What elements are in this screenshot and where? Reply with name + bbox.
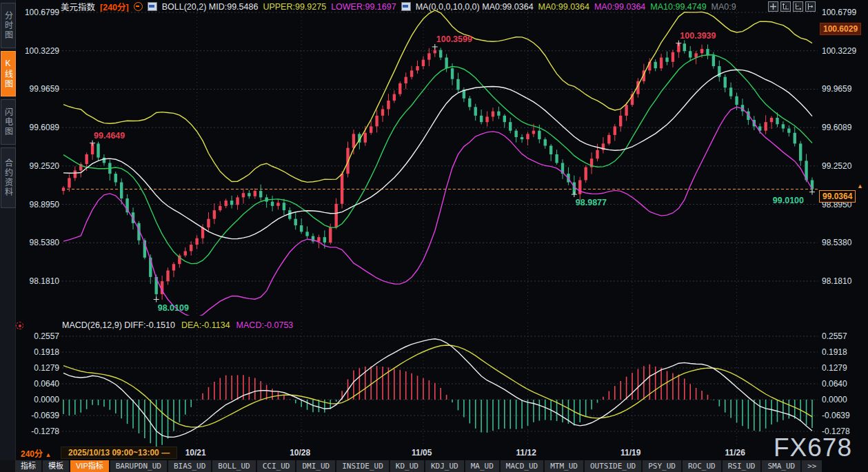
y-axis-label: 0.0640 [822, 379, 847, 389]
y-axis-label: 98.8950 [30, 200, 60, 209]
price-annotation: 98.0109 [158, 303, 189, 313]
price-annotation: 98.9877 [576, 198, 607, 207]
y-axis-label: 100.3229 [25, 46, 59, 56]
y-axis-label: -0.0639 [31, 411, 59, 420]
y-axis-label: 98.5380 [30, 238, 60, 247]
tab-kd-ud[interactable]: KD_UD [390, 460, 424, 472]
shift-right-icon[interactable] [805, 1, 816, 12]
macd-dea-value: DEA:-0.1134 [181, 320, 230, 330]
sidebar-item-lightning[interactable]: 闪电图 [1, 99, 16, 145]
axis-zoom-out-icon[interactable] [793, 1, 803, 12]
session-high-badge: 100.6029 [820, 23, 861, 35]
extreme-marker [90, 141, 95, 146]
y-axis-label: 99.9659 [30, 84, 60, 94]
indicator-line [63, 107, 812, 317]
ma-truncated-value: MA0:9 [711, 2, 736, 12]
date-label: 10/28 [290, 448, 310, 458]
watermark-logo: FX678 [774, 433, 852, 462]
symbol-name: 美元指数 [61, 1, 95, 12]
tab-kdj-ud[interactable]: KDJ_UD [425, 460, 464, 472]
sidebar-item-kline[interactable]: K线图 [1, 51, 16, 96]
tab-mtm-ud[interactable]: MTM_UD [545, 460, 583, 472]
sidebar: 分时图 K线图 闪电图 合约资料 [0, 0, 16, 472]
ma0-white-value: MA0:99.0364 [482, 2, 533, 12]
y-axis-label: 0.2557 [34, 331, 59, 341]
y-axis-label: 0.1279 [34, 363, 59, 373]
ma-label: MA(0,0,0,10,0,0) [416, 2, 480, 12]
tab--[interactable]: 模板 [43, 460, 69, 472]
indicator-settings-icon[interactable] [16, 322, 23, 329]
tab--[interactable]: 指标 [15, 460, 41, 472]
period-label: [240分] [100, 1, 129, 12]
sidebar-item-label: 合约资料 [3, 158, 14, 197]
date-label: 11/05 [412, 448, 432, 458]
tab-barupdn-ud[interactable]: BARUPDN_UD [110, 460, 167, 472]
y-axis-label: 0.2557 [822, 331, 847, 341]
tab-outside-ud[interactable]: OUTSIDE_UD [585, 460, 641, 472]
period-up-triangle-icon: ▲ [45, 451, 51, 458]
range-slider-handle[interactable]: — [161, 448, 170, 458]
tab-bias-ud[interactable]: BIAS_UD [168, 460, 211, 472]
chart-toolbar [768, 1, 816, 12]
collapse-icon[interactable] [134, 2, 143, 11]
chart-canvas[interactable]: 100.6799100.6799100.3229100.322999.96599… [0, 0, 868, 472]
extreme-marker [154, 297, 159, 302]
macd-diff-value: MACD(26,12,9) DIFF:-0.1510 [62, 320, 175, 330]
extreme-marker [432, 44, 438, 50]
axis-zoom-in-icon[interactable] [780, 1, 791, 12]
extreme-marker [809, 189, 815, 195]
sidebar-item-label: 分时图 [3, 11, 14, 40]
footer-period-label: 240分 [21, 449, 43, 459]
boll-lower-value: LOWER:99.1697 [331, 2, 396, 12]
sidebar-item-label: 闪电图 [3, 107, 14, 136]
y-axis-label: 0.0640 [34, 379, 59, 389]
tab-rsi-ud[interactable]: RSI_UD [723, 460, 761, 472]
tab--[interactable]: >> [802, 460, 822, 472]
y-axis-label: 98.5380 [822, 238, 852, 247]
price-up-arrow-icon: ▲ [857, 183, 863, 189]
y-axis-label: 98.1810 [822, 276, 852, 286]
price-annotation: 99.0100 [773, 196, 804, 205]
sidebar-item-timeshare[interactable]: 分时图 [1, 3, 16, 48]
boll-indicator-icon[interactable] [148, 2, 157, 11]
y-axis-label: 0.1279 [822, 363, 847, 373]
tab-cci-ud[interactable]: CCI_UD [257, 460, 296, 472]
sidebar-item-label: K线图 [3, 59, 14, 89]
pan-icon[interactable] [768, 1, 778, 12]
candles [62, 40, 814, 300]
y-axis-label: 0.0000 [822, 395, 847, 404]
tab-sma-ud[interactable]: SMA_UD [762, 460, 800, 472]
tab-roc-ud[interactable]: ROC_UD [683, 460, 721, 472]
y-axis-label: 99.2520 [30, 161, 60, 171]
tab-psy-ud[interactable]: PSY_UD [643, 460, 681, 472]
tab-vip-[interactable]: VIP指标 [70, 460, 109, 472]
date-label: 11/12 [516, 448, 536, 458]
y-axis-label: -0.0639 [822, 411, 850, 420]
indicator-line [63, 345, 812, 427]
date-range-label: 2025/10/13 09:00~13:00 [68, 448, 159, 458]
y-axis-label: -0.1278 [31, 427, 59, 436]
extreme-marker [572, 192, 577, 197]
y-axis-label: 0.0000 [34, 395, 59, 404]
sidebar-item-contract-info[interactable]: 合约资料 [1, 147, 16, 208]
footer-period-selector[interactable]: 240分 ▲ [21, 447, 51, 459]
extreme-marker [676, 41, 681, 46]
price-annotation: 100.3939 [680, 31, 716, 41]
price-annotation: 99.4649 [94, 131, 125, 141]
price-annotation: 100.3599 [436, 34, 472, 44]
date-label: 10/21 [185, 448, 206, 458]
tab-inside-ud[interactable]: INSIDE_UD [336, 460, 389, 472]
tab-dmi-ud[interactable]: DMI_UD [296, 460, 335, 472]
y-axis-label: 0.1918 [822, 347, 847, 357]
ma-indicator-icon[interactable] [401, 2, 411, 11]
tab-macd-ud[interactable]: MACD_UD [501, 460, 543, 472]
indicator-header: 美元指数 [240分] BOLL(20,2) MID:99.5486 UPPER… [61, 1, 771, 12]
date-label: 11/26 [725, 448, 745, 458]
boll-mid-value: MID:99.5486 [209, 2, 259, 12]
date-range-box[interactable]: 2025/10/13 09:00~13:00 — [61, 447, 177, 459]
tab-ma-ud[interactable]: MA_UD [465, 460, 499, 472]
tab-boll-ud[interactable]: BOLL_UD [212, 460, 255, 472]
ma0-magenta-value: MA0:99.0364 [594, 2, 645, 12]
y-axis-label: 98.1810 [30, 276, 60, 286]
indicator-line [63, 55, 812, 264]
